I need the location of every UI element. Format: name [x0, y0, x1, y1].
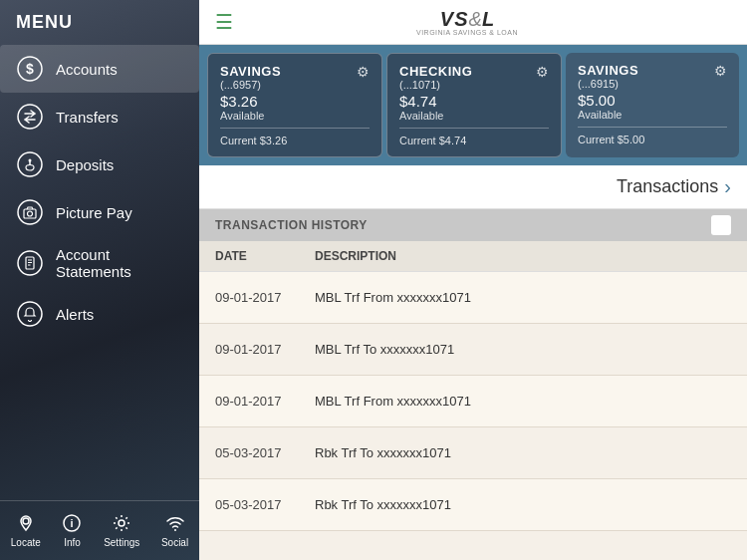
table-row[interactable]: 05-03-2017 Rbk Trf To xxxxxxx1071 [199, 427, 747, 479]
account-cards: SAVINGS (...6957) ⚙ $3.26 Available Curr… [199, 45, 747, 165]
svg-text:i: i [71, 517, 74, 529]
bottom-locate-label: Locate [11, 537, 41, 548]
chevron-right-icon[interactable]: › [724, 175, 731, 198]
svg-point-2 [18, 105, 42, 129]
history-title: TRANSACTION HISTORY [215, 218, 368, 232]
main-content: ☰ VS&L VIRGINIA SAVINGS & LOAN SAVINGS (… [199, 0, 747, 560]
svg-point-4 [29, 159, 32, 162]
svg-point-5 [18, 200, 42, 224]
sidebar-label-accounts: Accounts [56, 61, 118, 78]
card-current: Current $5.00 [578, 134, 727, 145]
sidebar-label-deposits: Deposits [56, 156, 114, 173]
card-gear-icon[interactable]: ⚙ [714, 63, 727, 79]
svg-point-7 [28, 211, 33, 216]
trans-description: Rbk Trf To xxxxxxx1071 [315, 445, 731, 460]
topbar: ☰ VS&L VIRGINIA SAVINGS & LOAN [199, 0, 747, 45]
card-current: Current $3.26 [220, 135, 370, 146]
svg-point-14 [119, 520, 124, 526]
bottom-settings-label: Settings [104, 537, 139, 548]
bottom-info-label: Info [64, 537, 81, 548]
sidebar-bottom: Locate i Info Settings [0, 500, 199, 560]
sidebar-item-account-statements[interactable]: Account Statements [0, 236, 199, 290]
sidebar-nav: $ Accounts Transfers [0, 45, 199, 500]
card-gear-icon[interactable]: ⚙ [536, 64, 549, 80]
account-card-savings-6915[interactable]: SAVINGS (...6915) ⚙ $5.00 Available Curr… [566, 53, 739, 157]
trans-description: MBL Trf From xxxxxxx1071 [315, 290, 731, 305]
sidebar: MENU $ Accounts Transfers [0, 0, 199, 560]
svg-point-10 [18, 302, 42, 326]
trans-description: MBL Trf From xxxxxxx1071 [315, 394, 731, 409]
card-number: (...6957) [220, 79, 281, 91]
sidebar-header: MENU [0, 0, 199, 45]
sidebar-label-alerts: Alerts [56, 306, 94, 323]
table-row[interactable]: 05-03-2017 Rbk Trf To xxxxxxx1071 [199, 479, 747, 531]
account-card-savings-6957[interactable]: SAVINGS (...6957) ⚙ $3.26 Available Curr… [207, 53, 382, 157]
pin-icon [16, 513, 36, 533]
camera-icon [16, 198, 44, 226]
bottom-social-label: Social [161, 537, 188, 548]
transfer-icon [16, 103, 44, 131]
bottom-locate[interactable]: Locate [3, 509, 49, 552]
svg-point-11 [23, 518, 29, 524]
trans-date: 09-01-2017 [215, 394, 315, 409]
logo-subtitle: VIRGINIA SAVINGS & LOAN [416, 29, 518, 36]
search-box[interactable] [711, 215, 731, 235]
transactions-title: Transactions [617, 176, 718, 197]
trans-date: 05-03-2017 [215, 497, 315, 512]
transaction-list: 09-01-2017 MBL Trf From xxxxxxx1071 09-0… [199, 272, 747, 531]
sidebar-item-deposits[interactable]: Deposits [0, 140, 199, 188]
dollar-circle-icon: $ [16, 55, 44, 83]
svg-text:$: $ [26, 61, 34, 77]
sidebar-label-transfers: Transfers [56, 109, 119, 126]
trans-description: Rbk Trf To xxxxxxx1071 [315, 497, 731, 512]
trans-date: 09-01-2017 [215, 290, 315, 305]
hamburger-menu-icon[interactable]: ☰ [215, 10, 233, 34]
card-label: Available [220, 110, 370, 122]
trans-date: 05-03-2017 [215, 445, 315, 460]
card-type: SAVINGS [578, 63, 638, 78]
document-icon [16, 249, 44, 277]
card-type: CHECKING [399, 64, 472, 79]
account-card-checking-1071[interactable]: CHECKING (...1071) ⚙ $4.74 Available Cur… [386, 53, 562, 157]
sidebar-label-account-statements: Account Statements [56, 246, 183, 280]
info-icon: i [62, 513, 82, 533]
sidebar-item-accounts[interactable]: $ Accounts [0, 45, 199, 93]
card-amount: $4.74 [399, 93, 549, 110]
piggy-icon [16, 150, 44, 178]
logo: VS&L VIRGINIA SAVINGS & LOAN [416, 8, 518, 36]
bottom-info[interactable]: i Info [54, 509, 90, 552]
svg-rect-6 [24, 209, 36, 218]
col-description-header: DESCRIPTION [315, 249, 731, 263]
trans-date: 09-01-2017 [215, 342, 315, 357]
table-row[interactable]: 09-01-2017 MBL Trf To xxxxxxx1071 [199, 324, 747, 376]
sidebar-item-picture-pay[interactable]: Picture Pay [0, 188, 199, 236]
card-number: (...6915) [578, 78, 638, 90]
card-label: Available [399, 110, 549, 122]
card-gear-icon[interactable]: ⚙ [357, 64, 370, 80]
sidebar-item-transfers[interactable]: Transfers [0, 93, 199, 140]
table-row[interactable]: 09-01-2017 MBL Trf From xxxxxxx1071 [199, 272, 747, 324]
wifi-icon [165, 513, 185, 533]
col-date-header: DATE [215, 249, 315, 263]
card-current: Current $4.74 [399, 135, 549, 146]
table-row[interactable]: 09-01-2017 MBL Trf From xxxxxxx1071 [199, 376, 747, 427]
history-header: TRANSACTION HISTORY [199, 209, 747, 241]
bottom-settings[interactable]: Settings [96, 509, 147, 552]
bell-icon [16, 300, 44, 328]
svg-point-15 [174, 529, 176, 531]
column-headers: DATE DESCRIPTION [199, 241, 747, 272]
sidebar-label-picture-pay: Picture Pay [56, 204, 132, 221]
card-label: Available [578, 109, 727, 121]
card-amount: $5.00 [578, 92, 727, 109]
sidebar-item-alerts[interactable]: Alerts [0, 290, 199, 338]
trans-description: MBL Trf To xxxxxxx1071 [315, 342, 731, 357]
card-amount: $3.26 [220, 93, 370, 110]
transactions-header[interactable]: Transactions › [199, 165, 747, 209]
card-type: SAVINGS [220, 64, 281, 79]
card-number: (...1071) [399, 79, 472, 91]
gear-bottom-icon [112, 513, 131, 533]
transaction-history: TRANSACTION HISTORY DATE DESCRIPTION 09-… [199, 209, 747, 560]
bottom-social[interactable]: Social [153, 509, 196, 552]
